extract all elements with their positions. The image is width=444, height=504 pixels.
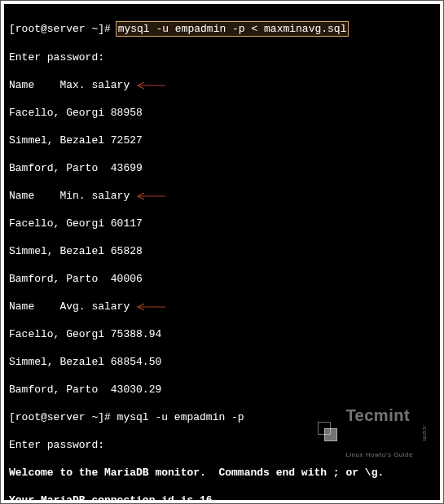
window-frame: [root@server ~]# mysql -u empadmin -p < … — [0, 0, 444, 504]
table-row: Facello, Georgi 75388.94 — [9, 327, 435, 341]
table-row: Bamford, Parto 43030.29 — [9, 383, 435, 397]
highlighted-command: mysql -u empadmin -p < maxminavg.sql — [116, 21, 349, 37]
welcome-line: Welcome to the MariaDB monitor. Commands… — [9, 466, 435, 480]
table-row: Bamford, Parto 40006 — [9, 272, 435, 286]
table-row: Simmel, Bezalel 72527 — [9, 134, 435, 147]
header-text: Name Min. salary — [9, 190, 136, 202]
header-text: Name Avg. salary — [9, 300, 136, 313]
table-row: Facello, Georgi 60117 — [9, 217, 435, 230]
table-row: Simmel, Bezalel 68854.50 — [9, 355, 435, 369]
table-row: Simmel, Bezalel 65828 — [9, 244, 435, 258]
arrow-icon — [136, 300, 169, 313]
arrow-icon — [136, 78, 169, 92]
arrow-icon — [136, 189, 169, 203]
table-row: Facello, Georgi 88958 — [9, 106, 435, 120]
table-row: Bamford, Parto 43699 — [9, 161, 435, 175]
prompt-line-2: [root@server ~]# mysql -u empadmin -p — [9, 410, 435, 424]
header-text: Name Max. salary — [9, 79, 136, 91]
terminal-output: [root@server ~]# mysql -u empadmin -p < … — [4, 4, 440, 500]
header-avg-salary: Name Avg. salary — [9, 300, 435, 313]
watermark-tagline: Linux Howto's Guide — [345, 451, 413, 459]
output-line: Enter password: — [9, 438, 435, 452]
header-max-salary: Name Max. salary — [9, 78, 435, 92]
connection-line: Your MariaDB connection id is 16 — [9, 493, 435, 500]
header-min-salary: Name Min. salary — [9, 189, 435, 203]
prompt-line-1: [root@server ~]# mysql -u empadmin -p < … — [9, 21, 435, 37]
shell-prompt: [root@server ~]# — [9, 23, 117, 35]
output-line: Enter password: — [9, 50, 435, 64]
